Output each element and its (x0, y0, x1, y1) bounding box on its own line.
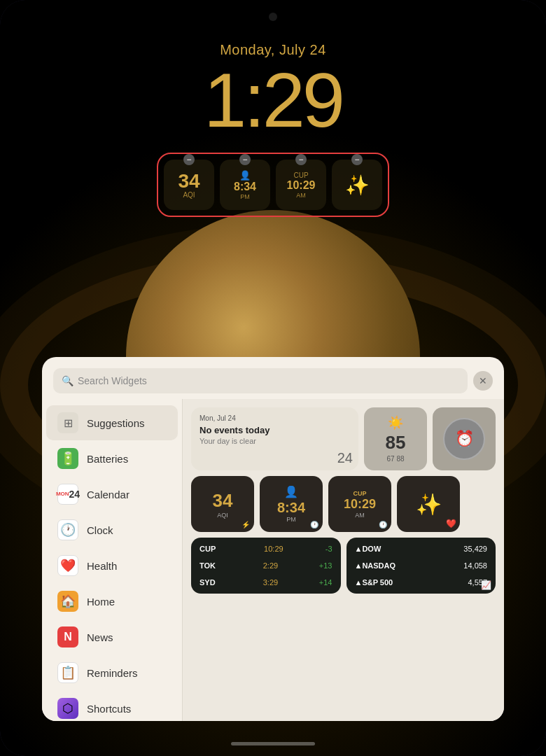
stock-name-1: ▲DOW (355, 545, 382, 553)
sidebar: ⊞ Suggestions 🔋 Batteries MON 24 Calenda… (42, 399, 182, 721)
stock-val-1: 35,429 (463, 545, 487, 553)
health-icon: ❤️ (57, 555, 78, 576)
stocks-tag-icon: 📈 (481, 580, 491, 590)
sidebar-label-home: Home (87, 596, 115, 608)
widget-sparkle-dark[interactable]: ✨ ❤️ (397, 476, 460, 532)
time-label: 1:29 (204, 62, 342, 139)
time-value: 8:34 (234, 181, 256, 193)
alarm-icon: ⏰ (455, 430, 474, 448)
world-row-2: TOK 2:29 +13 (200, 561, 332, 570)
world-city-2: TOK (200, 561, 222, 570)
widget-weather[interactable]: ☀️ 85 67 88 (364, 407, 427, 470)
news-icon: N (57, 626, 78, 648)
stock-row-3: ▲S&P 500 4,557 (355, 578, 488, 587)
world-row-1: CUP 10:29 -3 (200, 545, 332, 553)
world-offset-1: -3 (326, 545, 332, 553)
cup-dark-ampm: AM (355, 512, 365, 519)
main-content: Mon, Jul 24 No events today Your day is … (182, 399, 504, 721)
sidebar-label-calendar: Calendar (87, 489, 130, 500)
stock-name-3: ▲S&P 500 (355, 578, 393, 587)
panel-body: ⊞ Suggestions 🔋 Batteries MON 24 Calenda… (42, 399, 504, 721)
lock-widget-aqi[interactable]: − 34 AQI (164, 160, 214, 210)
sparkle-dark-icon: ✨ (416, 492, 442, 517)
clock-icon: 🕐 (57, 519, 78, 540)
time-dark-ampm: PM (286, 516, 296, 523)
search-placeholder: Search Widgets (78, 375, 147, 386)
sidebar-item-shortcuts[interactable]: ⬡ Shortcuts (46, 691, 178, 721)
widget-calendar[interactable]: Mon, Jul 24 No events today Your day is … (191, 407, 358, 470)
sidebar-item-health[interactable]: ❤️ Health (46, 548, 178, 583)
cal-day-num: 24 (337, 450, 353, 466)
cup-dark-label: CUP (353, 490, 366, 497)
aqi-label: AQI (183, 191, 195, 199)
lock-widget-time[interactable]: − 👤 8:34 PM (220, 160, 270, 210)
cal-date: Mon, Jul 24 (200, 414, 350, 422)
lock-widgets-container: − 34 AQI − 👤 8:34 PM − CUP 10:29 AM − ✨ (157, 153, 389, 217)
sidebar-item-calendar[interactable]: MON 24 Calendar (46, 477, 178, 512)
temp-low: 67 (386, 455, 394, 463)
cal-event: No events today (200, 425, 350, 435)
remove-time-btn[interactable]: − (239, 154, 251, 165)
widget-row-2: 34 AQI ⚡ 👤 8:34 PM 🕐 C (191, 476, 496, 532)
remove-aqi-btn[interactable]: − (183, 154, 195, 165)
cup-label: CUP (293, 172, 308, 179)
search-icon: 🔍 (62, 375, 74, 386)
sidebar-item-suggestions[interactable]: ⊞ Suggestions (46, 405, 178, 440)
weather-range: 67 88 (386, 455, 404, 463)
sidebar-item-batteries[interactable]: 🔋 Batteries (46, 441, 178, 476)
world-offset-3: +14 (319, 578, 332, 587)
camera-notch (269, 13, 277, 21)
aqi-sublabel: AQI (217, 512, 228, 519)
date-label: Monday, July 24 (220, 42, 326, 58)
widget-grid: Mon, Jul 24 No events today Your day is … (191, 407, 496, 594)
person-icon: 👤 (239, 170, 251, 181)
widget-stocks[interactable]: ▲DOW 35,429 ▲NASDAQ 14,058 ▲S&P 500 4,55… (346, 538, 496, 594)
sidebar-item-clock[interactable]: 🕐 Clock (46, 512, 178, 547)
world-time-3: 3:29 (263, 578, 278, 587)
sidebar-item-news[interactable]: N News (46, 620, 178, 654)
close-button[interactable]: ✕ (473, 371, 493, 391)
sparkle-icon: ✨ (345, 174, 370, 197)
sidebar-label-suggestions: Suggestions (87, 417, 145, 429)
remove-cup-btn[interactable]: − (295, 154, 307, 165)
stock-row-2: ▲NASDAQ 14,058 (355, 561, 488, 570)
world-offset-2: +13 (319, 561, 332, 570)
search-bar[interactable]: 🔍 Search Widgets (53, 368, 468, 393)
world-city-3: SYD (200, 578, 222, 587)
widget-row-1: Mon, Jul 24 No events today Your day is … (191, 407, 496, 470)
heart-icon: ❤️ (446, 519, 456, 528)
lock-widget-sparkle[interactable]: − ✨ (332, 160, 382, 210)
sidebar-item-home[interactable]: 🏠 Home (46, 584, 178, 619)
world-city-1: CUP (200, 545, 222, 553)
aqi-value: 34 (178, 172, 200, 191)
sidebar-label-news: News (87, 631, 113, 643)
panel-header: 🔍 Search Widgets ✕ (42, 357, 504, 399)
home-bar (231, 742, 315, 746)
cal-sub: Your day is clear (200, 437, 350, 445)
sidebar-label-shortcuts: Shortcuts (87, 703, 131, 715)
stock-row-1: ▲DOW 35,429 (355, 545, 488, 553)
sidebar-label-reminders: Reminders (87, 667, 138, 679)
sidebar-label-health: Health (87, 560, 117, 572)
sidebar-label-batteries: Batteries (87, 453, 128, 465)
shortcuts-icon: ⬡ (57, 698, 78, 719)
cup-ampm: AM (296, 192, 306, 199)
widget-aqi-dark[interactable]: 34 AQI ⚡ (191, 476, 254, 532)
calendar-icon: MON 24 (57, 484, 78, 505)
batteries-icon: 🔋 (57, 448, 78, 469)
suggestions-icon: ⊞ (57, 412, 78, 433)
lock-widget-cup[interactable]: − CUP 10:29 AM (276, 160, 326, 210)
widget-world-clock[interactable]: CUP 10:29 -3 TOK 2:29 +13 SYD (191, 538, 341, 594)
widget-clock-round[interactable]: ⏰ (433, 407, 496, 470)
widget-cup-dark[interactable]: CUP 10:29 AM 🕐 (328, 476, 391, 532)
widget-panel: 🔍 Search Widgets ✕ ⊞ Suggestions 🔋 Batte… (42, 357, 504, 721)
temp-high: 88 (396, 455, 404, 463)
world-time-1: 10:29 (264, 545, 284, 553)
remove-sparkle-btn[interactable]: − (351, 154, 363, 165)
sidebar-item-reminders[interactable]: 📋 Reminders (46, 655, 178, 690)
stock-val-2: 14,058 (463, 561, 487, 570)
widget-time-dark[interactable]: 👤 8:34 PM 🕐 (260, 476, 323, 532)
cup-dark-time: 10:29 (344, 497, 376, 512)
lock-screen: Monday, July 24 1:29 − 34 AQI − 👤 8:34 P… (0, 0, 546, 217)
weather-temp: 85 (386, 432, 406, 454)
